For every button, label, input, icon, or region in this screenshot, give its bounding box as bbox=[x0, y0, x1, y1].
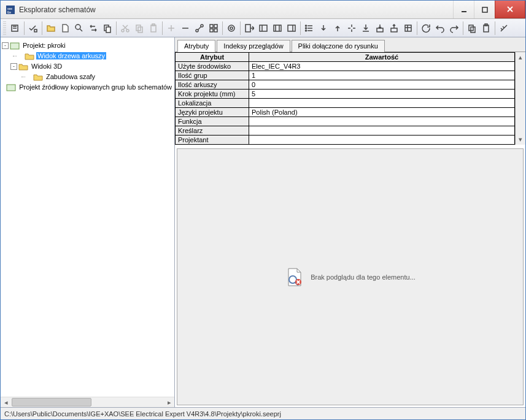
table-row[interactable]: Lokalizacja bbox=[176, 99, 515, 108]
panel-right-icon[interactable] bbox=[285, 21, 298, 35]
tree-item-3d-views[interactable]: - Widoki 3D bbox=[10, 61, 173, 71]
tab-label: Atrybuty bbox=[184, 42, 209, 50]
exit-icon[interactable] bbox=[242, 21, 256, 35]
col-header-content[interactable]: Zawartość bbox=[249, 53, 515, 62]
scroll-up-icon[interactable]: ▴ bbox=[519, 53, 522, 61]
copy2-icon[interactable] bbox=[465, 21, 479, 35]
folder-icon bbox=[33, 73, 43, 81]
undo-icon[interactable] bbox=[433, 21, 447, 35]
attr-value-cell[interactable] bbox=[249, 136, 515, 145]
tree-root[interactable]: - Projekt: pkroki bbox=[2, 40, 173, 50]
table-row[interactable]: Języki projektuPolish (Poland) bbox=[176, 108, 515, 117]
copy-icon[interactable] bbox=[133, 21, 146, 35]
attr-value-cell[interactable]: 5 bbox=[249, 90, 515, 99]
project-icon bbox=[6, 83, 16, 91]
table-row[interactable]: Ilość grup1 bbox=[176, 71, 515, 80]
move-up-icon[interactable] bbox=[331, 21, 344, 35]
tree-item-label: Projekt źródłowy kopiowanych grup lub sc… bbox=[18, 83, 173, 91]
toolbar-btn-1[interactable] bbox=[9, 21, 22, 35]
spread-icon[interactable] bbox=[345, 21, 358, 35]
window-title: Eksplorator schematów bbox=[19, 6, 453, 14]
svg-rect-26 bbox=[246, 25, 250, 32]
svg-point-35 bbox=[306, 28, 307, 29]
open-icon[interactable] bbox=[44, 21, 58, 35]
scroll-thumb[interactable] bbox=[12, 398, 91, 407]
download-icon[interactable] bbox=[359, 21, 373, 35]
collapse-icon[interactable]: - bbox=[10, 63, 17, 70]
import-icon[interactable] bbox=[373, 21, 387, 35]
target-icon[interactable] bbox=[225, 21, 238, 35]
scroll-right-icon[interactable]: ▸ bbox=[164, 397, 174, 408]
svg-rect-4 bbox=[482, 7, 487, 12]
svg-rect-20 bbox=[210, 25, 213, 28]
refresh-icon[interactable] bbox=[419, 21, 433, 35]
no-preview-icon bbox=[285, 267, 304, 287]
right-panel: Atrybuty Indeksy przeglądów Pliki dołącz… bbox=[175, 37, 525, 407]
vertical-scrollbar[interactable]: ▴ ▾ bbox=[515, 52, 525, 145]
tree-item-label: Zabudowa szafy bbox=[45, 73, 96, 80]
svg-rect-8 bbox=[34, 29, 37, 32]
new-file-icon[interactable] bbox=[58, 21, 72, 35]
attr-value-cell[interactable]: Elec_IEC_V4R3 bbox=[249, 62, 515, 71]
table-row[interactable]: Funkcja bbox=[176, 117, 515, 126]
remove-icon[interactable] bbox=[179, 21, 192, 35]
tree-item-cabinet[interactable]: Zabudowa szafy bbox=[19, 72, 173, 82]
close-button[interactable] bbox=[495, 1, 525, 18]
svg-rect-32 bbox=[288, 25, 295, 31]
paste2-icon[interactable] bbox=[479, 21, 493, 35]
table-row[interactable]: Projektant bbox=[176, 136, 515, 145]
attribute-table[interactable]: Atrybut Zawartość Użyte środowiskoElec_I… bbox=[175, 52, 515, 145]
replace-icon[interactable] bbox=[87, 21, 100, 35]
toolbar-btn-2[interactable] bbox=[26, 21, 40, 35]
panel-both-icon[interactable] bbox=[271, 21, 284, 35]
tree-item-label: Widoki 3D bbox=[30, 63, 63, 70]
attr-name-cell: Ilość grup bbox=[176, 71, 249, 80]
attr-name-cell: Funkcja bbox=[176, 117, 249, 126]
scroll-left-icon[interactable]: ◂ bbox=[1, 397, 11, 408]
cut-icon[interactable] bbox=[118, 21, 132, 35]
scroll-down-icon[interactable]: ▾ bbox=[519, 136, 522, 143]
panel-left-icon[interactable] bbox=[257, 21, 270, 35]
export-icon[interactable] bbox=[387, 21, 401, 35]
move-down-icon[interactable] bbox=[317, 21, 330, 35]
toolbar bbox=[1, 19, 525, 37]
minimize-button[interactable] bbox=[453, 1, 474, 18]
svg-rect-11 bbox=[106, 27, 110, 32]
svg-text:Ee: Ee bbox=[7, 10, 11, 14]
attr-value-cell[interactable]: 1 bbox=[249, 71, 515, 80]
tab-attachments[interactable]: Pliki dołączone do rysunku bbox=[292, 40, 385, 52]
preview-message: Brak podglądu dla tego elementu... bbox=[311, 273, 416, 281]
table-row[interactable]: Użyte środowiskoElec_IEC_V4R3 bbox=[176, 62, 515, 71]
list-icon[interactable] bbox=[303, 21, 316, 35]
attribute-area: Atrybut Zawartość Użyte środowiskoElec_I… bbox=[175, 52, 525, 145]
attr-value-cell[interactable] bbox=[249, 126, 515, 136]
svg-rect-22 bbox=[210, 29, 213, 32]
redo-icon[interactable] bbox=[447, 21, 461, 35]
collapse-icon[interactable]: - bbox=[2, 42, 9, 49]
paste-icon[interactable] bbox=[147, 21, 160, 35]
copy-sheet-icon[interactable] bbox=[101, 21, 114, 35]
horizontal-scrollbar[interactable]: ◂ ▸ bbox=[1, 397, 174, 407]
add-icon[interactable] bbox=[164, 21, 178, 35]
table-row[interactable]: Krok projektu (mm)5 bbox=[176, 90, 515, 99]
table-row[interactable]: Kreślarz bbox=[176, 126, 515, 136]
tab-indexes[interactable]: Indeksy przeglądów bbox=[217, 40, 290, 52]
attr-value-cell[interactable]: 0 bbox=[249, 80, 515, 90]
attr-value-cell[interactable] bbox=[249, 99, 515, 108]
attr-value-cell[interactable] bbox=[249, 117, 515, 126]
search-icon[interactable] bbox=[72, 21, 86, 35]
tree-item-sheet-view[interactable]: Widok drzewa arkuszy bbox=[10, 51, 173, 61]
attr-name-cell: Użyte środowisko bbox=[176, 62, 249, 71]
table-row[interactable]: Ilość arkuszy0 bbox=[176, 80, 515, 90]
tab-attributes[interactable]: Atrybuty bbox=[177, 40, 215, 52]
project-tree[interactable]: - Projekt: pkroki Widok drzewa arkuszy bbox=[1, 37, 174, 397]
col-header-attribute[interactable]: Atrybut bbox=[176, 53, 249, 62]
tree-source-project[interactable]: Projekt źródłowy kopiowanych grup lub sc… bbox=[2, 82, 173, 92]
tab-label: Pliki dołączone do rysunku bbox=[298, 42, 378, 50]
maximize-button[interactable] bbox=[474, 1, 495, 18]
grid-icon[interactable] bbox=[207, 21, 220, 35]
attr-value-cell[interactable]: Polish (Poland) bbox=[249, 108, 515, 117]
settings-icon[interactable] bbox=[401, 21, 415, 35]
connect-icon[interactable] bbox=[193, 21, 206, 35]
measure-icon[interactable] bbox=[497, 21, 511, 35]
